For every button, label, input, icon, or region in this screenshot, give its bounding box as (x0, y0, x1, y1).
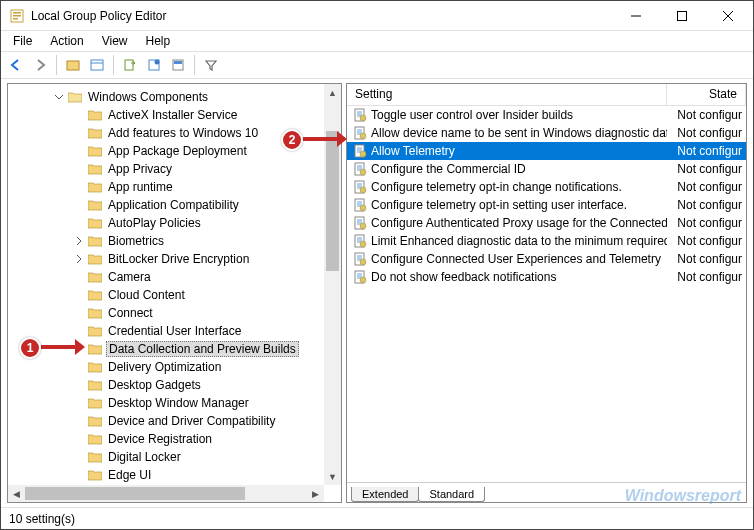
policy-name: Allow Telemetry (371, 144, 455, 158)
chevron-right-icon (72, 468, 86, 482)
tree-item-label: Digital Locker (106, 450, 183, 464)
chevron-right-icon[interactable] (72, 234, 86, 248)
policy-state: Not configur (667, 270, 746, 284)
filter-button[interactable] (200, 54, 222, 76)
policy-name: Configure telemetry opt-in change notifi… (371, 180, 622, 194)
policy-row[interactable]: Allow TelemetryNot configur (347, 142, 746, 160)
svg-point-20 (360, 115, 366, 121)
status-bar: 10 setting(s) (1, 507, 753, 529)
tree-item-label: Device and Driver Compatibility (106, 414, 277, 428)
policy-name: Do not show feedback notifications (371, 270, 556, 284)
status-text: 10 setting(s) (9, 512, 75, 526)
svg-rect-8 (67, 61, 79, 70)
tree-item[interactable]: Connect (8, 304, 324, 322)
tree-item[interactable]: Credential User Interface (8, 322, 324, 340)
menu-view[interactable]: View (94, 31, 136, 51)
svg-point-25 (360, 133, 366, 139)
menu-help[interactable]: Help (138, 31, 179, 51)
policy-state: Not configur (667, 126, 746, 140)
column-state[interactable]: State (667, 84, 746, 105)
policy-row[interactable]: Configure Connected User Experiences and… (347, 250, 746, 268)
tree-item[interactable]: Desktop Gadgets (8, 376, 324, 394)
policy-row[interactable]: Do not show feedback notificationsNot co… (347, 268, 746, 286)
chevron-right-icon (72, 450, 86, 464)
policy-row[interactable]: Configure Authenticated Proxy usage for … (347, 214, 746, 232)
svg-point-13 (155, 60, 160, 65)
back-button[interactable] (5, 54, 27, 76)
chevron-right-icon (72, 378, 86, 392)
tree-item[interactable]: ActiveX Installer Service (8, 106, 324, 124)
svg-point-60 (360, 259, 366, 265)
tree-item[interactable]: Device Registration (8, 430, 324, 448)
tree-item[interactable]: Digital Locker (8, 448, 324, 466)
tree-body[interactable]: Windows ComponentsActiveX Installer Serv… (8, 84, 324, 485)
tree-item[interactable]: Device and Driver Compatibility (8, 412, 324, 430)
close-button[interactable] (705, 1, 751, 31)
svg-rect-9 (91, 60, 103, 70)
refresh-button[interactable] (143, 54, 165, 76)
svg-point-30 (360, 151, 366, 157)
tree-item[interactable]: AutoPlay Policies (8, 214, 324, 232)
tree-item[interactable]: Cloud Content (8, 286, 324, 304)
chevron-right-icon (72, 360, 86, 374)
tree-item[interactable]: App runtime (8, 178, 324, 196)
properties-button[interactable] (86, 54, 108, 76)
policy-state: Not configur (667, 234, 746, 248)
minimize-button[interactable] (613, 1, 659, 31)
policy-name: Limit Enhanced diagnostic data to the mi… (371, 234, 667, 248)
tree-item-label: Windows Components (86, 90, 210, 104)
tree-item-label: Add features to Windows 10 (106, 126, 260, 140)
tree-item[interactable]: BitLocker Drive Encryption (8, 250, 324, 268)
policy-row[interactable]: Configure the Commercial IDNot configur (347, 160, 746, 178)
policy-name: Configure Authenticated Proxy usage for … (371, 216, 667, 230)
tree-item[interactable]: Biometrics (8, 232, 324, 250)
tree-item-label: Biometrics (106, 234, 166, 248)
policy-state: Not configur (667, 198, 746, 212)
chevron-right-icon[interactable] (72, 252, 86, 266)
policy-state: Not configur (667, 216, 746, 230)
maximize-button[interactable] (659, 1, 705, 31)
tree-item[interactable]: App Privacy (8, 160, 324, 178)
tree-item[interactable]: Camera (8, 268, 324, 286)
column-setting[interactable]: Setting (347, 84, 667, 105)
tree-item-label: Edge UI (106, 468, 153, 482)
tree-item-label: Credential User Interface (106, 324, 243, 338)
forward-button[interactable] (29, 54, 51, 76)
chevron-right-icon (72, 288, 86, 302)
tree-item-label: Data Collection and Preview Builds (106, 341, 299, 357)
tree-item-label: Cloud Content (106, 288, 187, 302)
chevron-down-icon[interactable] (52, 90, 66, 104)
tree-horizontal-scrollbar[interactable]: ◀ ▶ (8, 485, 324, 502)
tree-item[interactable]: Application Compatibility (8, 196, 324, 214)
policy-name: Configure Connected User Experiences and… (371, 252, 661, 266)
tree-item-root[interactable]: Windows Components (8, 88, 324, 106)
policy-row[interactable]: Limit Enhanced diagnostic data to the mi… (347, 232, 746, 250)
tree-item[interactable]: Desktop Window Manager (8, 394, 324, 412)
menu-file[interactable]: File (5, 31, 40, 51)
policy-state: Not configur (667, 252, 746, 266)
show-hide-tree-button[interactable] (62, 54, 84, 76)
policy-row[interactable]: Configure telemetry opt-in setting user … (347, 196, 746, 214)
menu-action[interactable]: Action (42, 31, 91, 51)
tree-item[interactable]: Edge UI (8, 466, 324, 484)
policy-row[interactable]: Configure telemetry opt-in change notifi… (347, 178, 746, 196)
chevron-right-icon (72, 108, 86, 122)
policy-row[interactable]: Allow device name to be sent in Windows … (347, 124, 746, 142)
policy-name: Allow device name to be sent in Windows … (371, 126, 667, 140)
tab-standard[interactable]: Standard (418, 487, 485, 502)
tree-item[interactable]: App Package Deployment (8, 142, 324, 160)
export-button[interactable] (119, 54, 141, 76)
policy-state: Not configur (667, 180, 746, 194)
policy-row[interactable]: Toggle user control over Insider buildsN… (347, 106, 746, 124)
tree-item-label: Connect (106, 306, 155, 320)
help-button[interactable] (167, 54, 189, 76)
list-body[interactable]: Toggle user control over Insider buildsN… (347, 106, 746, 482)
annotation-arrow-2 (303, 131, 347, 153)
content-area: Windows ComponentsActiveX Installer Serv… (1, 79, 753, 507)
menu-bar: File Action View Help (1, 31, 753, 51)
tree-item-label: ActiveX Installer Service (106, 108, 239, 122)
svg-point-50 (360, 223, 366, 229)
policy-state: Not configur (667, 108, 746, 122)
tab-extended[interactable]: Extended (351, 487, 419, 502)
tree-item[interactable]: Add features to Windows 10 (8, 124, 324, 142)
